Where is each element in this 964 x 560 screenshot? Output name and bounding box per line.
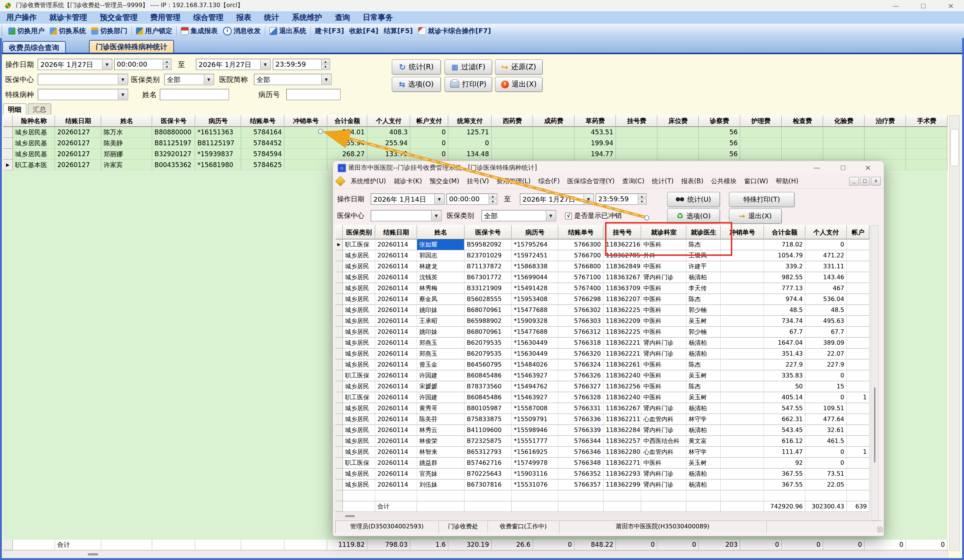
column-header[interactable]: 帐户 <box>847 225 870 239</box>
table-row[interactable]: 城乡居民20260114曾玉金B64560795*154840265766324… <box>335 359 870 370</box>
exit-button[interactable]: 退出(X) <box>495 77 542 92</box>
table-row[interactable]: 城乡居民20260114林秀梅B33121909*154914285767400… <box>335 283 870 294</box>
chevron-down-icon[interactable]: ▼ <box>260 60 270 69</box>
scrollbar-thumb[interactable] <box>951 129 959 166</box>
chevron-down-icon[interactable]: ▼ <box>204 75 213 84</box>
column-header[interactable]: 诊察费 <box>699 115 740 127</box>
column-header[interactable]: 结账单号 <box>558 225 604 239</box>
name-input[interactable] <box>160 89 229 100</box>
column-header[interactable]: 检查费 <box>782 115 823 127</box>
column-header[interactable]: 手术费 <box>906 115 948 127</box>
column-header[interactable]: 医保类别 <box>343 225 375 239</box>
chevron-down-icon[interactable]: ▼ <box>102 60 111 69</box>
table-row[interactable]: 城乡居民20260114姚印妹B68070961*154776885766312… <box>335 327 870 338</box>
dlg-menu-statistics[interactable]: 统计(T) <box>648 175 678 187</box>
table-row[interactable]: 城乡居民20260114林秀云B41109600*155989465766339… <box>335 425 870 436</box>
dialog-horizontal-scrollbar[interactable] <box>335 512 870 520</box>
column-header[interactable]: 冲销单号 <box>284 115 327 127</box>
table-row[interactable]: 城乡居民20260114蔡金凤B56028555*159534085766298… <box>335 294 870 305</box>
table-row[interactable]: 职工医保20260114姚益群B57462716*157499785766348… <box>335 458 870 469</box>
dlg-menu-fee-mgmt[interactable]: 费用管理(L) <box>493 175 534 187</box>
dialog-minimize-button[interactable]: — <box>808 162 825 173</box>
dlg-exit-button[interactable]: →退出(X) <box>729 208 782 224</box>
date-to-picker[interactable]: 2026年 1月27日▼ <box>196 59 270 70</box>
table-row[interactable]: 城乡居民基20260127陈美静B81125197B81125197578445… <box>3 138 948 149</box>
special-disease-select[interactable]: ▼ <box>37 89 128 100</box>
dlg-menu-common-modules[interactable]: 公共模块 <box>707 175 740 187</box>
dialog-restore-button[interactable]: □ <box>835 162 852 173</box>
table-row[interactable]: 城乡居民20260114官亮妹B70225643*159031165766352… <box>335 469 870 479</box>
toolbar-settle[interactable]: 结算[F5] <box>381 25 415 37</box>
subtab-summary[interactable]: 汇总 <box>28 104 51 115</box>
filter-button[interactable]: ▦过滤(F) <box>445 60 492 75</box>
restore-button[interactable]: □ <box>915 0 932 11</box>
dlg-stat-button[interactable]: 统计(U) <box>667 192 720 207</box>
column-header[interactable]: 个人支付 <box>367 115 410 127</box>
column-header[interactable]: 医保卡号 <box>464 225 511 239</box>
table-row[interactable]: ▶职工医保20260114张如耀B59582092*15795264576630… <box>335 239 870 250</box>
table-row[interactable]: 城乡居民20260114郑燕玉B62079535*156304495766320… <box>335 349 870 359</box>
show-reversed-checkbox[interactable]: √ <box>565 213 572 219</box>
menu-user-ops[interactable]: 用户操作 <box>0 11 43 24</box>
toolbar-switch-system[interactable]: 切换系统 <box>47 25 88 37</box>
toolbar-switch-user[interactable]: 切换用户 <box>6 25 47 37</box>
time-spinner[interactable]: ▲▼ <box>489 194 497 204</box>
table-row[interactable]: 城乡居民基20260127陈万水B80880000*16151363578416… <box>3 127 948 138</box>
dlg-menu-help[interactable]: 帮助(H) <box>772 175 802 187</box>
table-row[interactable]: 城乡居民20260114林建龙B71137872*158683385766800… <box>335 261 870 272</box>
dlg-menu-deposit[interactable]: 预交金(M) <box>426 175 463 187</box>
table-row[interactable]: 城乡居民20260114郭国志B23701029*159724515766700… <box>335 250 870 261</box>
time-spinner[interactable]: ▲▼ <box>638 194 646 204</box>
dlg-insurance-center-select[interactable]: ▼ <box>371 210 441 221</box>
chevron-down-icon[interactable]: ▼ <box>118 89 127 99</box>
column-header[interactable]: 挂号费 <box>616 115 657 127</box>
menu-daily-tasks[interactable]: 日常事务 <box>357 11 399 24</box>
column-header[interactable]: 帐户支付 <box>410 115 448 127</box>
stat-button[interactable]: ↻统计(R) <box>392 60 441 75</box>
restore-filter-button[interactable]: ↪还原(Z) <box>495 60 542 75</box>
column-header[interactable]: 统筹支付 <box>448 115 492 127</box>
dialog-vertical-scrollbar[interactable] <box>871 225 878 521</box>
column-header[interactable]: 医保卡号 <box>152 115 195 127</box>
dlg-special-print-button[interactable]: 特殊打印(T) <box>729 192 795 207</box>
table-row[interactable]: 城乡居民20260114王承昭B65988902*159093285766303… <box>335 316 870 327</box>
resize-grip[interactable] <box>877 526 883 532</box>
mrn-input[interactable] <box>286 89 340 100</box>
menu-card-mgmt[interactable]: 就诊卡管理 <box>43 11 93 24</box>
toolbar-user-lock[interactable]: 用户锁定 <box>134 25 175 37</box>
toolbar-switch-dept[interactable]: 切换部门 <box>88 25 130 37</box>
dlg-menu-query[interactable]: 查询(C) <box>618 175 648 187</box>
dlg-time-from-field[interactable]: 00:00:00▲▼ <box>446 193 497 205</box>
chevron-down-icon[interactable]: ▼ <box>583 194 593 204</box>
table-row[interactable]: 城乡居民20260114沈钱英B67301772*156990445767100… <box>335 272 870 283</box>
table-row[interactable]: 城乡居民20260114宋媛媛B78373560*154947625766327… <box>335 381 870 392</box>
scrollbar-thumb[interactable] <box>874 387 876 463</box>
close-button[interactable]: × <box>942 0 959 11</box>
insurance-type-select[interactable]: 全部▼ <box>164 74 214 85</box>
dlg-menu-insurance-mgmt[interactable]: 医保综合管理(Y) <box>563 175 619 187</box>
scrollbar-thumb[interactable] <box>88 553 98 555</box>
table-row[interactable]: 城乡居民20260114刘伍妹B67307816*155310765766357… <box>335 479 870 490</box>
hospital-select[interactable]: 全部▼ <box>254 74 332 85</box>
subtab-detail[interactable]: 明细 <box>3 104 26 115</box>
toolbar-integrated-report[interactable]: 集成报表 <box>178 25 220 37</box>
column-header[interactable]: 草药费 <box>575 115 616 127</box>
table-row[interactable]: 城乡居民20260114姚印妹B68070961*154776885766302… <box>335 305 870 316</box>
table-row[interactable]: 城乡居民20260114黄秀哥B80105987*155870085766331… <box>335 403 870 414</box>
column-header[interactable] <box>3 115 13 127</box>
column-header[interactable]: 姓名 <box>101 115 152 127</box>
table-row[interactable]: 城乡居民20260114林俊荣B72325875*155517775766344… <box>335 436 870 447</box>
dlg-menu-reports[interactable]: 报表(B) <box>677 175 707 187</box>
menu-statistics[interactable]: 统计 <box>258 11 285 24</box>
dlg-insurance-type-select[interactable]: 全部▼ <box>482 210 556 221</box>
column-header[interactable]: 合计金额 <box>327 115 367 127</box>
column-header[interactable]: 护理费 <box>740 115 782 127</box>
dlg-menu-system-maint[interactable]: 系统维护(U) <box>347 175 390 187</box>
table-row[interactable]: 城乡居民20260114林智来B65312793*156169255766346… <box>335 447 870 458</box>
scrollbar-thumb[interactable] <box>345 515 355 517</box>
insurance-center-select[interactable]: ▼ <box>37 74 128 85</box>
mdi-minimize-button[interactable]: _ <box>849 177 859 185</box>
minimize-button[interactable]: — <box>887 0 904 11</box>
mdi-restore-button[interactable]: □ <box>860 177 870 185</box>
column-header[interactable]: 险种名称 <box>13 115 55 127</box>
